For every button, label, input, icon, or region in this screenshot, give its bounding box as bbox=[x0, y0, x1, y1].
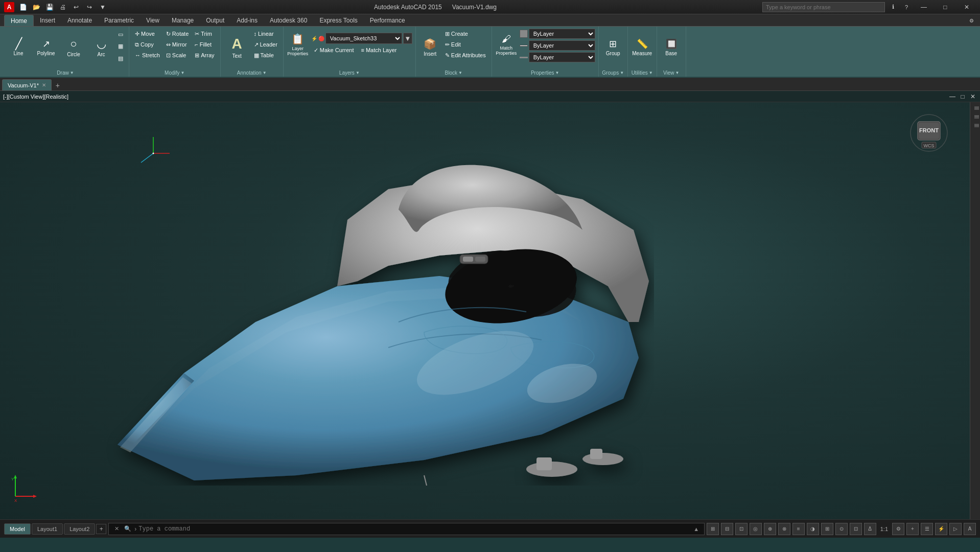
layer-select[interactable]: Vacuum_Sketch33 bbox=[325, 33, 402, 44]
viewport-minimize[interactable]: — bbox=[948, 93, 956, 101]
qat-save[interactable]: 💾 bbox=[44, 2, 55, 13]
isolate-icon[interactable]: ☰ bbox=[921, 523, 933, 535]
tab-a360[interactable]: Autodesk 360 bbox=[264, 15, 313, 26]
layers-group-label[interactable]: Layers ▼ bbox=[287, 69, 412, 76]
ortho-icon[interactable]: ⊡ bbox=[735, 523, 748, 535]
command-input[interactable] bbox=[138, 525, 689, 533]
measure-button[interactable]: 📏 Measure bbox=[631, 29, 654, 64]
annotation-leader-button[interactable]: ↗ Leader bbox=[251, 39, 280, 50]
new-tab-button[interactable]: + bbox=[53, 80, 63, 90]
modify-array-button[interactable]: ⊞ Array bbox=[192, 50, 217, 60]
utilities-group-label[interactable]: Utilities ▼ bbox=[631, 69, 654, 76]
linetype-dropdown[interactable]: ByLayer bbox=[529, 40, 595, 51]
dynin-icon[interactable]: Δ bbox=[864, 523, 876, 535]
sel-cycling-icon[interactable]: ⊞ bbox=[821, 523, 833, 535]
view-cube[interactable]: FRONT WCS bbox=[908, 112, 949, 153]
groups-group-label[interactable]: Groups ▼ bbox=[602, 69, 624, 76]
right-panel-btn-2[interactable]: ||| bbox=[971, 113, 979, 121]
match-properties-button[interactable]: 🖌 MatchProperties bbox=[495, 29, 518, 59]
layout-tab-layout1[interactable]: Layout1 bbox=[32, 523, 63, 535]
viewport-close[interactable]: ✕ bbox=[969, 93, 977, 101]
minimize-button[interactable]: — bbox=[915, 2, 933, 12]
qat-open[interactable]: 📂 bbox=[31, 2, 42, 13]
polar-icon[interactable]: ◎ bbox=[750, 523, 762, 535]
osnap-icon[interactable]: ⊕ bbox=[764, 523, 776, 535]
viewport-maximize[interactable]: □ bbox=[959, 93, 967, 101]
qat-dropdown[interactable]: ▼ bbox=[97, 2, 108, 13]
layout-tab-model[interactable]: Model bbox=[4, 523, 31, 535]
tab-output[interactable]: Output bbox=[200, 15, 230, 26]
tab-parametric[interactable]: Parametric bbox=[98, 15, 140, 26]
annotation-text-button[interactable]: A Text bbox=[224, 29, 250, 64]
draw-hatch-button[interactable]: ▦ bbox=[115, 41, 126, 52]
otrack-icon[interactable]: ⊗ bbox=[778, 523, 790, 535]
modify-mirror-button[interactable]: ⇔ Mirror bbox=[164, 39, 191, 50]
settings-icon[interactable]: ⚙ bbox=[892, 523, 904, 535]
lineweight-dropdown[interactable]: ByLayer bbox=[529, 52, 595, 62]
draw-polyline-button[interactable]: ↗ Polyline bbox=[33, 29, 59, 64]
layout-tab-layout2[interactable]: Layout2 bbox=[64, 523, 95, 535]
tab-manage[interactable]: Manage bbox=[166, 15, 200, 26]
right-panel-btn-1[interactable]: ||| bbox=[971, 104, 979, 112]
transparency-icon[interactable]: ◑ bbox=[807, 523, 819, 535]
modify-stretch-button[interactable]: ↔ Stretch bbox=[132, 50, 162, 60]
3dosnap-icon[interactable]: ⊙ bbox=[835, 523, 848, 535]
match-layer-button[interactable]: ≡ Match Layer bbox=[358, 45, 399, 55]
view-base-button[interactable]: 🔲 Base bbox=[660, 29, 683, 64]
draw-arc-button[interactable]: ◡ Arc bbox=[88, 29, 114, 64]
qat-new[interactable]: 📄 bbox=[17, 2, 29, 13]
tab-performance[interactable]: Performance bbox=[364, 15, 411, 26]
tab-workspace[interactable]: ⚙ bbox=[963, 15, 980, 26]
maximize-button[interactable]: □ bbox=[936, 2, 954, 12]
draw-line-button[interactable]: ╱ Line bbox=[5, 29, 32, 64]
annotation-linear-button[interactable]: ↕ Linear bbox=[251, 29, 280, 39]
modify-scale-button[interactable]: ⊡ Scale bbox=[164, 50, 191, 60]
draw-group-label[interactable]: Draw ▼ bbox=[5, 69, 126, 76]
annotate-vis-icon[interactable]: A bbox=[964, 523, 976, 535]
lwt-icon[interactable]: ≡ bbox=[792, 523, 805, 535]
info-icon[interactable]: ℹ bbox=[888, 2, 898, 12]
tab-addins[interactable]: Add-ins bbox=[230, 15, 264, 26]
tab-express[interactable]: Express Tools bbox=[313, 15, 363, 26]
layer-dropdown-btn[interactable]: ▼ bbox=[403, 33, 412, 44]
modify-rotate-button[interactable]: ↻ Rotate bbox=[164, 29, 191, 39]
block-edit-attrs-button[interactable]: ✎ Edit Attributes bbox=[442, 50, 488, 60]
tab-view[interactable]: View bbox=[140, 15, 166, 26]
view-group-label[interactable]: View ▼ bbox=[660, 69, 683, 76]
modify-fillet-button[interactable]: ⌐ Fillet bbox=[192, 39, 217, 50]
modify-trim-button[interactable]: ✂ Trim bbox=[192, 29, 217, 39]
add-layout-button[interactable]: + bbox=[96, 524, 106, 534]
annotation-group-label[interactable]: Annotation ▼ bbox=[224, 69, 280, 76]
annotation-table-button[interactable]: ▦ Table bbox=[251, 50, 280, 60]
layer-properties-button[interactable]: 📋 LayerProperties bbox=[287, 29, 309, 59]
qat-undo[interactable]: ↩ bbox=[71, 2, 82, 13]
make-current-button[interactable]: ✓ Make Current bbox=[311, 45, 357, 55]
draw-rect-button[interactable]: ▭ bbox=[115, 29, 126, 39]
cmd-search-btn[interactable]: 🔍 bbox=[123, 524, 132, 534]
doc-tab-vacuum[interactable]: Vacuum-V1* ✕ bbox=[2, 79, 52, 90]
help-icon[interactable]: ? bbox=[901, 2, 912, 12]
modify-group-label[interactable]: Modify ▼ bbox=[132, 69, 217, 76]
cmd-expand-btn[interactable]: ▲ bbox=[692, 524, 701, 534]
canvas-area[interactable]: X Y FRONT WCS bbox=[0, 102, 980, 519]
search-input[interactable] bbox=[762, 2, 885, 12]
block-insert-button[interactable]: 📦 Insert bbox=[419, 29, 441, 64]
draw-gradient-button[interactable]: ▤ bbox=[115, 54, 126, 64]
block-create-button[interactable]: ⊞ Create bbox=[442, 29, 488, 39]
doc-tab-close[interactable]: ✕ bbox=[42, 82, 46, 88]
close-button[interactable]: ✕ bbox=[958, 2, 976, 12]
qat-print[interactable]: 🖨 bbox=[57, 2, 68, 13]
cmd-close-btn[interactable]: ✕ bbox=[112, 524, 121, 534]
modify-move-button[interactable]: ✛ Move bbox=[132, 29, 162, 39]
block-group-label[interactable]: Block ▼ bbox=[419, 69, 488, 76]
color-dropdown[interactable]: ByLayer bbox=[529, 29, 595, 39]
qat-redo[interactable]: ↪ bbox=[84, 2, 95, 13]
block-edit-button[interactable]: ✏ Edit bbox=[442, 39, 488, 50]
modify-copy-button[interactable]: ⧉ Copy bbox=[132, 39, 162, 50]
tab-insert[interactable]: Insert bbox=[34, 15, 61, 26]
properties-group-label[interactable]: Properties ▼ bbox=[495, 69, 595, 76]
right-panel-btn-3[interactable]: ||| bbox=[971, 122, 979, 129]
zoom-icon[interactable]: + bbox=[906, 523, 919, 535]
screencast-icon[interactable]: ▷ bbox=[949, 523, 962, 535]
draw-circle-button[interactable]: ○ Circle bbox=[60, 29, 87, 64]
